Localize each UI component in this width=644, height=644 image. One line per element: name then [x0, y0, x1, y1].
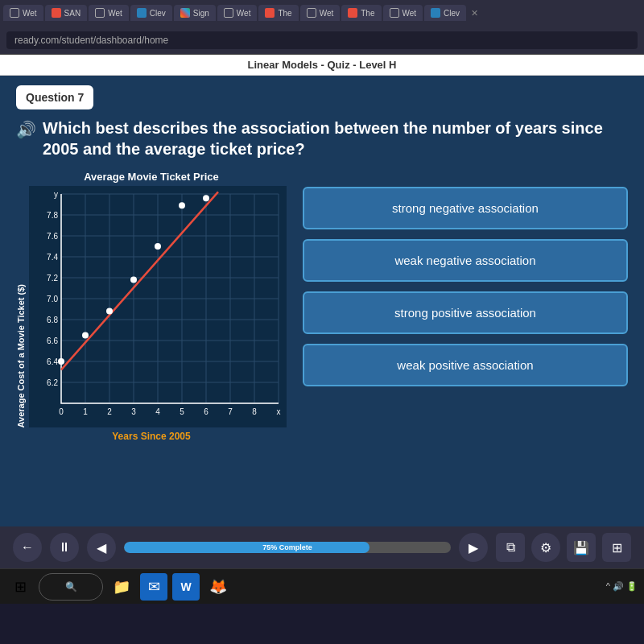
tab-wet-5[interactable]: Wet — [383, 5, 423, 21]
tab-the-2[interactable]: The — [341, 5, 381, 21]
tab-wet-1[interactable]: Wet — [3, 5, 43, 21]
tab-favicon-8 — [307, 8, 316, 18]
chart-wrapper: Average Cost of a Movie Ticket ($) — [16, 186, 287, 427]
tab-the-1[interactable]: The — [258, 5, 298, 21]
tab-favicon-3 — [95, 8, 105, 18]
tab-label-7: The — [278, 9, 291, 18]
answer-weak-negative[interactable]: weak negative association — [303, 239, 628, 282]
answer-weak-positive[interactable]: weak positive association — [303, 344, 628, 386]
tab-sign[interactable]: Sign — [174, 5, 216, 21]
tab-favicon-10 — [390, 8, 399, 18]
y-axis-label: Average Cost of a Movie Ticket ($) — [16, 284, 26, 428]
speaker-icon[interactable]: 🔊 — [16, 119, 36, 140]
answer-strong-negative[interactable]: strong negative association — [303, 187, 628, 229]
back-button[interactable]: ← — [13, 533, 42, 562]
tab-label-5: Sign — [193, 9, 209, 18]
save-button[interactable]: 💾 — [567, 533, 596, 562]
settings-button[interactable]: ⚙ — [531, 533, 560, 562]
tab-favicon-1 — [10, 8, 19, 18]
x-axis-label: Years Since 2005 — [16, 431, 287, 442]
tab-label-8: Wet — [320, 9, 334, 18]
tab-close-button[interactable]: ✕ — [471, 8, 478, 19]
pause-button[interactable]: ⏸ — [50, 533, 79, 562]
question-number-box: Question 7 — [16, 85, 93, 109]
tab-label-10: Wet — [402, 9, 417, 18]
tab-favicon-2 — [52, 8, 61, 18]
tab-san[interactable]: SAN — [45, 5, 88, 21]
windows-taskbar: ⊞ 🔍 📁 ✉ W 🦊 ^ 🔊 🔋 — [0, 568, 644, 604]
copy-button[interactable]: ⧉ — [496, 533, 525, 562]
start-button[interactable]: ⊞ — [6, 573, 34, 601]
main-content: Question 7 🔊 Which best describes the as… — [0, 76, 644, 526]
content-row: Average Movie Ticket Price Average Cost … — [16, 171, 628, 442]
tab-favicon-5 — [180, 8, 190, 18]
nav-left-button[interactable]: ◀ — [87, 533, 116, 562]
tab-wet-3[interactable]: Wet — [217, 5, 258, 21]
tab-label-11: Clev — [444, 9, 460, 18]
browser-tabs: Wet SAN Wet Clev Sign Wet The Wet The We… — [0, 0, 644, 26]
answer-strong-positive[interactable]: strong positive association — [303, 291, 628, 334]
question-text: 🔊 Which best describes the association b… — [16, 118, 628, 159]
tab-favicon-4 — [137, 8, 147, 18]
tab-favicon-7 — [265, 8, 275, 18]
tab-favicon-6 — [224, 8, 233, 18]
question-body: Which best describes the association bet… — [43, 118, 628, 159]
firefox-icon[interactable]: 🦊 — [204, 573, 232, 601]
tab-favicon-11 — [431, 8, 440, 18]
answers-column: strong negative association weak negativ… — [303, 171, 628, 386]
system-tray: ^ 🔊 🔋 — [606, 581, 638, 592]
tab-label-4: Clev — [150, 9, 166, 18]
chart-area — [29, 186, 287, 427]
scatter-chart — [29, 186, 287, 427]
tab-wet-4[interactable]: Wet — [300, 5, 341, 21]
browser-address-bar: ready.com/student/dashboard/home — [0, 26, 644, 55]
mail-icon[interactable]: ✉ — [140, 573, 167, 601]
tab-clev-2[interactable]: Clev — [424, 5, 466, 21]
chart-title: Average Movie Ticket Price — [16, 171, 287, 183]
question-number: Question 7 — [26, 91, 84, 104]
tab-label-9: The — [361, 9, 374, 18]
chart-container: Average Movie Ticket Price Average Cost … — [16, 171, 287, 442]
quiz-title: Linear Models - Quiz - Level H — [248, 59, 397, 71]
search-bar[interactable]: 🔍 — [39, 573, 103, 601]
tab-wet-2[interactable]: Wet — [89, 5, 129, 21]
tab-clev-1[interactable]: Clev — [130, 5, 172, 21]
progress-label: 75% Complete — [262, 543, 312, 551]
quiz-title-bar: Linear Models - Quiz - Level H — [0, 55, 644, 76]
bottom-toolbar: ← ⏸ ◀ 75% Complete ▶ ⧉ ⚙ 💾 ⊞ — [0, 526, 644, 568]
tab-label-2: SAN — [64, 9, 81, 18]
tab-label-6: Wet — [237, 9, 251, 18]
url-input[interactable]: ready.com/student/dashboard/home — [6, 31, 638, 49]
progress-bar-fill — [124, 542, 369, 553]
nav-right-button[interactable]: ▶ — [459, 533, 488, 562]
taskbar-right: ^ 🔊 🔋 — [606, 581, 638, 592]
grid-button[interactable]: ⊞ — [602, 533, 631, 562]
progress-bar-container: 75% Complete — [124, 542, 451, 553]
word-icon[interactable]: W — [172, 573, 200, 601]
tab-label-1: Wet — [23, 9, 37, 18]
file-explorer-icon[interactable]: 📁 — [108, 573, 135, 601]
toolbar-right-icons: ⧉ ⚙ 💾 ⊞ — [496, 533, 631, 562]
tab-favicon-9 — [348, 8, 357, 18]
tab-label-3: Wet — [108, 9, 122, 18]
url-text: ready.com/student/dashboard/home — [14, 35, 168, 46]
